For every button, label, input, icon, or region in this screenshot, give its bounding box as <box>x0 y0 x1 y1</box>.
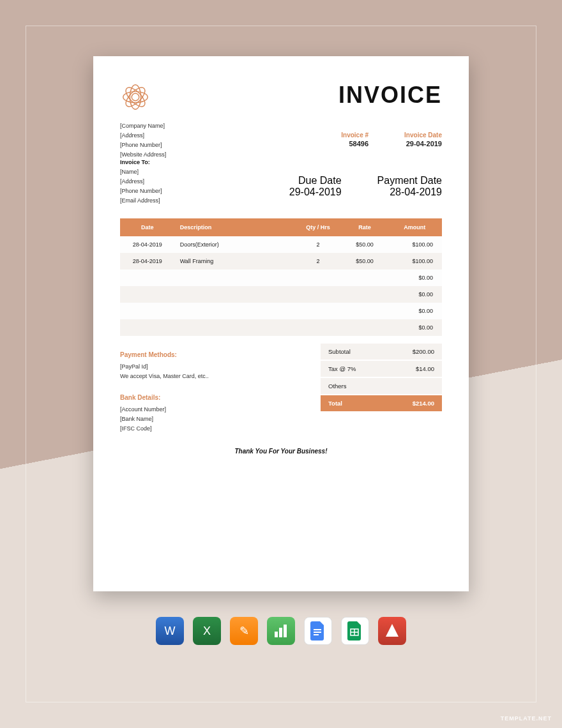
invoice-number-label: Invoice # <box>341 132 368 139</box>
google-docs-icon[interactable] <box>304 617 332 645</box>
invoice-date: 29-04-2019 <box>404 140 442 148</box>
cell-qty <box>294 286 342 303</box>
svg-rect-10 <box>314 634 319 635</box>
col-qty: Qty / Hrs <box>294 218 342 236</box>
cell-rate <box>342 303 388 319</box>
invoice-date-label: Invoice Date <box>404 132 442 139</box>
bill-to-header: Invoice To: <box>120 158 442 167</box>
cell-date: 28-04-2019 <box>120 253 175 269</box>
app-icons-row: W X ✎ <box>0 617 562 645</box>
sender-company: [Company Name] <box>120 121 442 131</box>
bank-ifsc: [IFSC Code] <box>120 424 308 434</box>
bank-account: [Account Number] <box>120 405 308 414</box>
due-date: 29-04-2019 <box>289 186 342 198</box>
col-rate: Rate <box>342 218 388 236</box>
svg-rect-6 <box>279 628 282 637</box>
col-desc: Description <box>175 218 294 236</box>
cell-desc <box>175 303 294 319</box>
cell-desc: Wall Framing <box>175 253 294 269</box>
payment-note: We accept Visa, Master Card, etc.. <box>120 372 308 381</box>
cell-amount: $0.00 <box>387 286 442 303</box>
cell-qty <box>294 319 342 336</box>
google-sheets-icon[interactable] <box>341 617 369 645</box>
tax-value: $14.00 <box>416 365 434 372</box>
cell-rate <box>342 269 388 286</box>
cell-date <box>120 303 175 319</box>
excel-icon[interactable]: X <box>193 617 221 645</box>
payment-date: 28-04-2019 <box>377 186 442 198</box>
due-date-label: Due Date <box>289 175 342 186</box>
payment-date-label: Payment Date <box>377 175 442 186</box>
cell-qty <box>294 269 342 286</box>
table-row: 28-04-2019Doors(Exterior)2$50.00$100.00 <box>120 236 442 253</box>
others-label: Others <box>328 383 347 390</box>
cell-amount: $0.00 <box>387 269 442 286</box>
cell-desc <box>175 286 294 303</box>
cell-date <box>120 269 175 286</box>
svg-rect-8 <box>314 629 321 630</box>
pages-icon[interactable]: ✎ <box>230 617 258 645</box>
invoice-number: 58496 <box>341 140 368 148</box>
payment-info: Payment Methods: [PayPal Id] We accept V… <box>120 344 321 434</box>
svg-point-0 <box>132 93 139 101</box>
bank-name: [Bank Name] <box>120 414 308 424</box>
col-amount: Amount <box>387 218 442 236</box>
cell-rate <box>342 319 388 336</box>
paypal-id: [PayPal Id] <box>120 362 308 372</box>
invoice-page: INVOICE [Company Name] [Address] [Phone … <box>93 56 469 591</box>
table-row: $0.00 <box>120 269 442 286</box>
cell-desc <box>175 319 294 336</box>
dates-meta: Due Date 29-04-2019 Payment Date 28-04-2… <box>120 175 442 198</box>
cell-amount: $0.00 <box>387 303 442 319</box>
cell-date <box>120 286 175 303</box>
cell-date <box>120 319 175 336</box>
tax-label: Tax @ 7% <box>328 365 356 372</box>
line-items-table: Date Description Qty / Hrs Rate Amount 2… <box>120 218 442 336</box>
cell-qty: 2 <box>294 253 342 269</box>
company-logo-icon <box>120 82 151 112</box>
table-row: $0.00 <box>120 319 442 336</box>
numbers-icon[interactable] <box>267 617 295 645</box>
document-title: INVOICE <box>338 82 442 109</box>
total-value: $214.00 <box>413 400 434 407</box>
subtotal-label: Subtotal <box>328 348 351 355</box>
col-date: Date <box>120 218 175 236</box>
cell-rate: $50.00 <box>342 253 388 269</box>
table-row: $0.00 <box>120 303 442 319</box>
subtotal-value: $200.00 <box>413 348 434 355</box>
cell-date: 28-04-2019 <box>120 236 175 253</box>
invoice-meta: Invoice # 58496 Invoice Date 29-04-2019 <box>120 132 442 148</box>
table-row: $0.00 <box>120 286 442 303</box>
cell-desc <box>175 269 294 286</box>
cell-rate: $50.00 <box>342 236 388 253</box>
cell-amount: $100.00 <box>387 236 442 253</box>
pdf-icon[interactable] <box>378 617 406 645</box>
bank-details-header: Bank Details: <box>120 394 308 401</box>
svg-rect-7 <box>284 625 287 637</box>
svg-rect-9 <box>314 632 321 633</box>
word-icon[interactable]: W <box>156 617 184 645</box>
total-label: Total <box>328 400 342 407</box>
cell-amount: $0.00 <box>387 319 442 336</box>
payment-methods-header: Payment Methods: <box>120 351 308 358</box>
cell-qty <box>294 303 342 319</box>
cell-rate <box>342 286 388 303</box>
cell-amount: $100.00 <box>387 253 442 269</box>
cell-qty: 2 <box>294 236 342 253</box>
thank-you: Thank You For Your Business! <box>120 448 442 455</box>
cell-desc: Doors(Exterior) <box>175 236 294 253</box>
watermark: TEMPLATE.NET <box>501 715 552 722</box>
totals-block: Subtotal$200.00 Tax @ 7%$14.00 Others To… <box>321 344 442 434</box>
table-row: 28-04-2019Wall Framing2$50.00$100.00 <box>120 253 442 269</box>
svg-rect-5 <box>275 632 278 637</box>
